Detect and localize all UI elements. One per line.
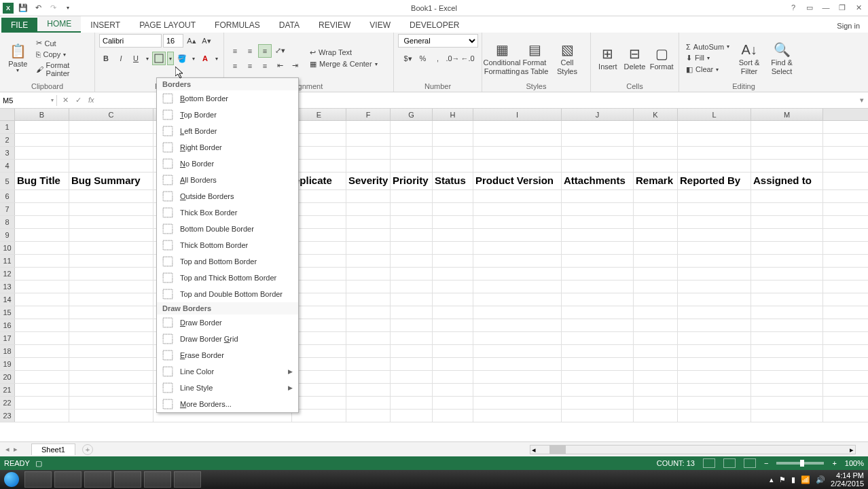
tray-up-icon[interactable]: ▴ xyxy=(770,475,774,484)
row-header[interactable]: 3 xyxy=(0,147,15,159)
cell[interactable] xyxy=(15,242,69,254)
cell[interactable] xyxy=(473,384,562,396)
row-header[interactable]: 21 xyxy=(0,384,15,396)
cell[interactable] xyxy=(391,345,433,357)
cell[interactable] xyxy=(69,319,153,331)
column-header[interactable]: B xyxy=(15,109,69,120)
cell[interactable] xyxy=(69,306,153,319)
comma-button[interactable]: , xyxy=(431,52,445,65)
borders-menu-item-bottom[interactable]: Bottom Border xyxy=(157,90,298,107)
column-header[interactable]: I xyxy=(473,109,562,120)
cell[interactable] xyxy=(634,121,678,133)
cell[interactable] xyxy=(391,121,433,133)
paste-button[interactable]: 📋Paste▾ xyxy=(4,42,32,74)
enter-formula-icon[interactable]: ✓ xyxy=(75,96,82,105)
grow-font-button[interactable]: A▴ xyxy=(185,34,198,48)
cell[interactable] xyxy=(562,216,634,228)
maximize-icon[interactable]: ❐ xyxy=(837,3,848,12)
cell[interactable] xyxy=(562,384,634,396)
cell[interactable] xyxy=(562,190,634,202)
cell[interactable] xyxy=(562,147,634,159)
cell[interactable]: Remark xyxy=(634,173,678,189)
borders-menu-item-outside[interactable]: Outside Borders xyxy=(157,188,298,204)
row-header[interactable]: 6 xyxy=(0,190,15,202)
cell[interactable] xyxy=(473,203,562,215)
cell[interactable] xyxy=(292,255,346,267)
ribbon-options-icon[interactable]: ▭ xyxy=(804,3,815,12)
cell[interactable] xyxy=(562,397,634,409)
cell[interactable] xyxy=(433,293,473,306)
column-header[interactable]: J xyxy=(562,109,634,120)
column-header[interactable]: G xyxy=(391,109,433,120)
sheet-tab[interactable]: Sheet1 xyxy=(31,443,75,455)
align-center-button[interactable]: ≡ xyxy=(243,59,257,73)
cell[interactable] xyxy=(678,121,751,133)
cell[interactable] xyxy=(391,160,433,172)
cell[interactable] xyxy=(473,280,562,293)
column-header[interactable]: L xyxy=(678,109,751,120)
page-layout-view-button[interactable] xyxy=(723,458,736,468)
row-header[interactable]: 19 xyxy=(0,358,15,370)
sign-in-link[interactable]: Sign in xyxy=(829,19,868,33)
borders-menu-item-draw[interactable]: Draw Border xyxy=(157,314,298,331)
cell[interactable] xyxy=(473,268,562,280)
cell[interactable] xyxy=(391,147,433,159)
cell[interactable] xyxy=(292,384,346,396)
cell[interactable] xyxy=(292,160,346,172)
cell[interactable] xyxy=(292,190,346,202)
name-box[interactable]: M5▾ xyxy=(0,95,57,106)
cell[interactable] xyxy=(69,410,153,422)
percent-button[interactable]: % xyxy=(416,52,430,65)
cell[interactable] xyxy=(751,121,823,133)
cell[interactable] xyxy=(751,134,823,146)
underline-button[interactable]: U xyxy=(129,52,143,65)
cell[interactable] xyxy=(346,229,391,241)
cell[interactable]: Product Version xyxy=(473,173,562,189)
cell[interactable] xyxy=(678,397,751,409)
cell[interactable] xyxy=(751,293,823,306)
cell[interactable] xyxy=(292,268,346,280)
increase-decimal-button[interactable]: .0→ xyxy=(446,52,460,65)
redo-icon[interactable]: ↷ xyxy=(48,3,58,14)
borders-menu-item-style[interactable]: Line Style▶ xyxy=(157,380,298,396)
cell[interactable]: Bug Title xyxy=(15,173,69,189)
align-right-button[interactable]: ≡ xyxy=(258,59,272,73)
cell[interactable] xyxy=(391,216,433,228)
row-header[interactable]: 7 xyxy=(0,203,15,215)
qat-dropdown-icon[interactable]: ▾ xyxy=(62,3,73,14)
fx-icon[interactable]: fx xyxy=(88,96,94,105)
cell[interactable] xyxy=(292,397,346,409)
fill-color-dropdown[interactable]: ▾ xyxy=(190,52,197,65)
align-left-button[interactable]: ≡ xyxy=(228,59,242,73)
cell[interactable] xyxy=(346,147,391,159)
cell[interactable] xyxy=(433,216,473,228)
cell[interactable] xyxy=(346,216,391,228)
row-header[interactable]: 4 xyxy=(0,160,15,172)
tray-volume-icon[interactable]: 🔊 xyxy=(816,475,825,484)
insert-cells-button[interactable]: ⊞Insert xyxy=(595,45,621,71)
cell[interactable] xyxy=(15,306,69,319)
cell[interactable] xyxy=(15,319,69,331)
cell[interactable] xyxy=(69,160,153,172)
row-header[interactable]: 23 xyxy=(0,410,15,422)
italic-button[interactable]: I xyxy=(114,52,128,65)
cell[interactable] xyxy=(678,280,751,293)
cell[interactable] xyxy=(562,306,634,319)
borders-menu-item-none[interactable]: No Border xyxy=(157,156,298,172)
font-color-dropdown[interactable]: ▾ xyxy=(213,52,220,65)
row-header[interactable]: 12 xyxy=(0,268,15,280)
cell[interactable] xyxy=(433,255,473,267)
zoom-slider[interactable] xyxy=(776,462,824,465)
macro-record-icon[interactable]: ▢ xyxy=(35,459,42,468)
cell[interactable] xyxy=(433,203,473,215)
borders-menu-item-erase[interactable]: Erase Border xyxy=(157,347,298,363)
font-size-combo[interactable] xyxy=(163,34,183,48)
new-sheet-button[interactable]: + xyxy=(82,444,93,455)
row-header[interactable]: 10 xyxy=(0,242,15,254)
cell[interactable] xyxy=(473,121,562,133)
cell[interactable] xyxy=(634,332,678,344)
cell[interactable] xyxy=(634,147,678,159)
cell[interactable] xyxy=(391,280,433,293)
tab-page-layout[interactable]: PAGE LAYOUT xyxy=(130,18,205,33)
borders-menu-item-more[interactable]: More Borders... xyxy=(157,396,298,412)
